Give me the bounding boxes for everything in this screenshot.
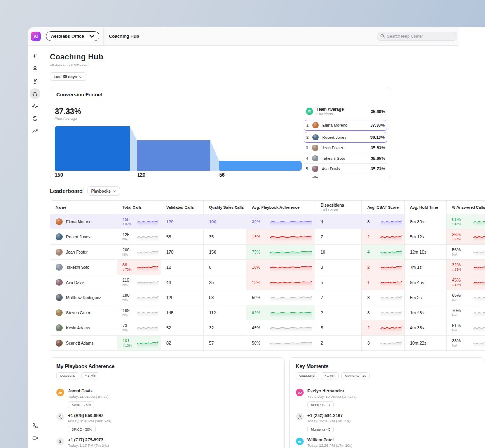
- validated-calls-cell: 145: [161, 305, 204, 320]
- total-calls-cell: 88↓ 70%: [117, 260, 161, 275]
- call-list-item[interactable]: +1 (717) 275-8973 Today, 1:17 PM (7m 24s…: [56, 438, 278, 448]
- adherence-cell: 92%: [246, 305, 315, 320]
- filter-chip[interactable]: Outbound: [296, 372, 318, 379]
- cell-value: 36%: [452, 232, 461, 237]
- agent-name-cell[interactable]: Steven Green: [50, 305, 117, 320]
- agent-name-cell[interactable]: Takeshi Soto: [50, 260, 117, 275]
- validated-calls-cell: 52: [161, 320, 204, 336]
- cell-value: 2: [367, 234, 370, 240]
- answered-calls-cell: 61%N/A: [447, 320, 485, 336]
- org-switcher-label: Aerolabs Office: [51, 34, 84, 38]
- cell-value: 10%: [252, 265, 260, 270]
- cell-value: 4: [321, 219, 323, 224]
- agent-name-cell[interactable]: Ava Davis: [50, 275, 117, 290]
- avatar: [312, 166, 318, 172]
- cell-delta: N/A: [452, 329, 461, 332]
- agent-name-cell[interactable]: Elena Moreno: [50, 214, 117, 229]
- call-list-item[interactable]: +1 (978) 850-6897 Friday, 2:38 PM (10m 2…: [56, 413, 278, 432]
- help-search-input[interactable]: [387, 34, 454, 38]
- ranking-row[interactable]: 4 Takeshi Soto 35.65%: [304, 153, 387, 164]
- sidebar-item-settings[interactable]: [30, 76, 40, 87]
- answered-calls-cell: 32%↓ 23%: [447, 260, 485, 275]
- col-header-dispositions: Dispositions Call Count: [315, 201, 362, 214]
- agent-name-cell[interactable]: Robert Jones: [50, 229, 117, 245]
- ranking-row[interactable]: 2 Robert Jones 36.13%: [304, 132, 387, 143]
- cell-value: 3: [367, 295, 370, 300]
- cell-delta: N/A: [122, 253, 129, 257]
- chevron-down-icon: [89, 35, 94, 38]
- sparkline: [380, 247, 402, 257]
- sparkline: [473, 262, 485, 272]
- filter-chip[interactable]: Outbound: [56, 372, 79, 379]
- cell-value: 70%: [452, 308, 461, 313]
- cell-delta: N/A: [452, 313, 461, 317]
- agent-name-cell[interactable]: Matthew Rodriguez: [50, 290, 117, 305]
- call-list-item[interactable]: W William Patel Today, 12:26 PM (17m 10s…: [296, 438, 478, 448]
- cell-value: 7: [321, 295, 323, 300]
- call-list-item[interactable]: +1 (252) 594-2197 Today, 12:38 PM (7m 35…: [296, 413, 478, 432]
- date-range-button[interactable]: Last 30 days: [50, 72, 86, 81]
- col-header-quality-sales-calls: Quality Sales Calls: [204, 201, 246, 214]
- call-list-item[interactable]: JD Evelyn Hernandez Yesterday, 10:08 AM …: [296, 388, 478, 408]
- filter-chip[interactable]: > 1 Min: [321, 372, 339, 379]
- agent-name-cell[interactable]: Kevin Adams: [50, 320, 117, 336]
- dispositions-cell: 2: [315, 336, 362, 351]
- playbooks-filter-button[interactable]: Playbooks: [87, 186, 120, 196]
- org-switcher[interactable]: Aerolabs Office: [46, 31, 99, 41]
- ranking-row[interactable]: 6 Matthew Rodriguez 36.02%: [304, 174, 387, 178]
- agent-name-cell[interactable]: Scarlett Adams: [50, 336, 117, 351]
- funnel-bar-total-calls[interactable]: [55, 126, 130, 171]
- sidebar-item-phone[interactable]: [30, 420, 40, 431]
- sidebar-item-history[interactable]: [30, 113, 40, 124]
- sparkline: [269, 308, 313, 317]
- total-calls-cell: 101↑ 18%: [117, 336, 161, 351]
- funnel-bar-conversations[interactable]: [137, 140, 210, 171]
- team-average-row: Team Average 9 members 35.68%: [304, 105, 387, 119]
- team-icon: [306, 108, 313, 115]
- csat-cell: 3: [362, 336, 405, 351]
- funnel-bar-adherence[interactable]: [219, 161, 302, 171]
- adherence-cell: 39%: [246, 214, 315, 229]
- cell-value: 57: [209, 341, 214, 346]
- col-header-hold-time: Avg. Hold Time: [405, 201, 447, 214]
- hold-time-cell: 10m 23s: [405, 336, 447, 351]
- filter-chip[interactable]: Moments · 10: [341, 372, 370, 379]
- ranking-row[interactable]: 3 Jean Foster 35.83%: [304, 143, 387, 153]
- sidebar-item-activity[interactable]: [30, 101, 40, 112]
- sparkline: [137, 217, 159, 226]
- adherence-cell: 10%: [246, 260, 315, 275]
- sidebar-item-video[interactable]: [30, 432, 40, 443]
- call-meta: Today, 12:26 PM (17m 10s): [307, 443, 352, 448]
- sparkline: [137, 323, 159, 332]
- playbooks-filter-label: Playbooks: [91, 189, 111, 193]
- cell-value: 8m 30s: [410, 219, 424, 224]
- rank-name: Robert Jones: [322, 135, 346, 140]
- help-search[interactable]: [377, 32, 457, 41]
- ranking-row[interactable]: 1 Elena Moreno 37.33%: [304, 120, 387, 131]
- dispositions-cell: 5: [315, 275, 362, 290]
- agent-name-cell[interactable]: Jean Foster: [50, 245, 117, 260]
- sidebar-item-user[interactable]: [30, 63, 40, 74]
- sparkline: [269, 293, 313, 302]
- team-average-label: Team Average: [316, 107, 344, 112]
- sparkline: [380, 278, 402, 287]
- filter-chip[interactable]: > 1 Min: [81, 372, 100, 379]
- validated-calls-cell: 120: [161, 290, 204, 305]
- cell-value: 32: [209, 326, 214, 331]
- breadcrumb: Coaching Hub: [109, 34, 139, 38]
- user-icon: [56, 413, 64, 421]
- hold-time-cell: 4m 35s: [405, 320, 447, 336]
- sparkline: [380, 262, 402, 272]
- ranking-row[interactable]: 5 Ava Davis 35.73%: [304, 164, 387, 174]
- sidebar-item-coaching-active[interactable]: [30, 88, 40, 99]
- sidebar-item-trends[interactable]: [30, 126, 40, 136]
- hold-time-cell: 9m 45s: [405, 275, 447, 290]
- call-badge: Moments · 7: [307, 401, 334, 408]
- funnel-connector: [210, 140, 219, 171]
- cell-value: 5: [321, 326, 323, 331]
- app-logo-icon[interactable]: Λi: [31, 32, 41, 41]
- call-name: William Patel: [307, 438, 352, 442]
- cell-delta: N/A: [122, 298, 129, 302]
- call-list-item[interactable]: JD Jamal Davis Today, 11:01 AM (3m 7s) B…: [56, 388, 278, 408]
- sidebar-item-sparkles[interactable]: [30, 51, 40, 62]
